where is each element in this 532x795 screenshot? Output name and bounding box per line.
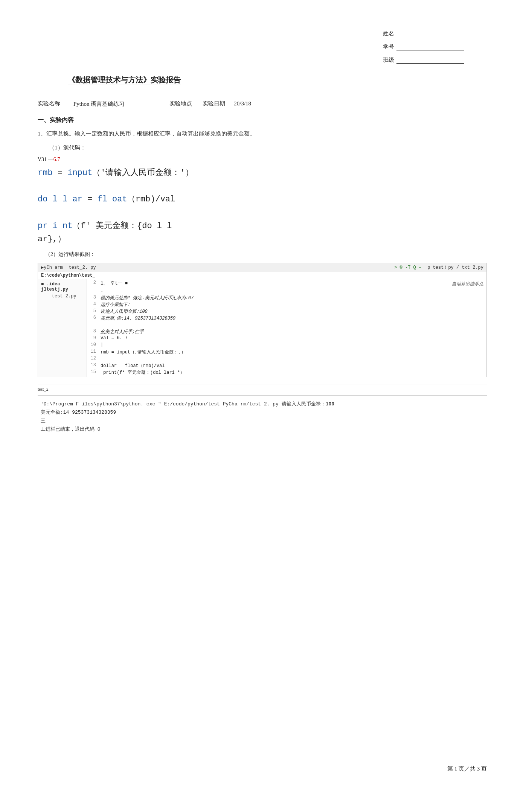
report-title-text: 《数据管理技术与方法》实验报告	[68, 76, 181, 84]
ide-run-cmd: > © -T Q -	[394, 265, 421, 270]
output-line-3: 三	[41, 417, 484, 425]
report-title: 《数据管理技术与方法》实验报告	[68, 75, 181, 85]
code-block: rmb = input（'请输入人民币金额：'） do l l ar = fl …	[38, 166, 487, 246]
code-line-4	[38, 206, 487, 219]
ide-path: E:\code\python\test_	[38, 272, 486, 279]
ide-code-line-12: 12	[87, 356, 486, 362]
title-wrapper: 《数据管理技术与方法》实验报告	[38, 75, 487, 89]
code-line-2	[38, 180, 487, 193]
ide-test-file: p test！py / txt 2.py	[427, 264, 483, 271]
ide-toolbar: ▶yCh arm test_2. py > © -T Q - p test！py…	[38, 263, 486, 272]
ide-file: test_2. py	[69, 265, 96, 270]
name-field: 姓名	[383, 30, 464, 37]
exp-location-label: 实验地点	[169, 100, 192, 107]
ide-sidebar-item-1: ■ .idea jltestj.py	[38, 281, 87, 293]
id-underline	[396, 44, 464, 50]
exp-name-value: Python 语言基础练习	[73, 101, 156, 107]
name-underline	[396, 30, 464, 37]
ide-sidebar: ■ .idea jltestj.py test 2.py	[38, 279, 87, 377]
ide-window: ▶yCh arm test_2. py > © -T Q - p test！py…	[38, 263, 487, 377]
code-line-5: pr i nt（f' 美元金额：{do l l	[38, 219, 487, 233]
ide-code-line-dot: .	[87, 288, 486, 295]
footer-page: 第 1 页／共 3 页	[447, 765, 487, 772]
ide-code-line-8: 8 幺美之对人氏手;仁手	[87, 329, 486, 335]
class-field: 班级	[383, 56, 464, 64]
run-result-label: （2）运行结果截图：	[45, 250, 487, 259]
output-content: 'D:\Progrem F ilcs\python37\python. cxc …	[38, 399, 487, 435]
id-field: 学号	[383, 43, 464, 50]
code-line-1: rmb = input（'请输入人民币金额：'）	[38, 166, 487, 180]
ide-code-line-3: 3 楼的美元处熊* 做定.美元时人氏币汇率为:67	[87, 295, 486, 302]
ide-code-line-2: 2 1、 辛t一 ■ 自动算出能学兑	[87, 280, 486, 288]
section1-title: 一、实验内容	[38, 116, 487, 124]
code-line-3: do l l ar = fl oat（rmb)/val	[38, 193, 487, 206]
name-label: 姓名	[383, 30, 394, 37]
divider	[38, 395, 487, 396]
ide-code-line-4: 4 运疗今果如下:	[87, 302, 486, 308]
ide-code-line-blank	[87, 322, 486, 329]
ide-code-line-15: 15 print(f* 至元金凝：(dol lari *）	[87, 369, 486, 376]
class-underline	[396, 57, 464, 64]
output-line-1: 'D:\Progrem F ilcs\python37\python. cxc …	[41, 400, 484, 408]
ide-sidebar-item-2: test 2.py	[38, 293, 87, 300]
item1-header: 1、汇率兑换。输入一定数额的人民币，根据相应汇率，自动算出能够兑换的美元金额。	[38, 129, 487, 139]
ide-code-line-9: 9 val = 6. 7	[87, 335, 486, 342]
class-label: 班级	[383, 56, 394, 64]
header-info: 姓名 学号 班级	[38, 30, 487, 64]
exp-date-label: 实验日期	[203, 100, 225, 107]
ide-code-line-13: 13 dollar = float（rmb)/val	[87, 362, 486, 369]
version-line: V31 —6.7	[38, 157, 487, 163]
output-line-2: 美元全额:14 925373134328359	[41, 408, 484, 417]
ide-body: ■ .idea jltestj.py test 2.py 2 1、 辛t一 ■ …	[38, 279, 486, 377]
ide-code-line-11: 11 rmb = input（,请输入人民币金鼓：,）	[87, 349, 486, 356]
exp-info-row: 实验名称 Python 语言基础练习 实验地点 实验日期 20/3/18	[38, 100, 487, 107]
output-section: test_2 'D:\Progrem F ilcs\python37\pytho…	[38, 384, 487, 435]
ide-code-line-6: 6 美元至,淤:14. 925373134328359	[87, 315, 486, 322]
header-fields: 姓名 学号 班级	[383, 30, 464, 64]
output-tab: test_2	[38, 387, 487, 392]
id-label: 学号	[383, 43, 394, 50]
ide-code-line-5: 5 诶输入人氏币金狐:100	[87, 308, 486, 315]
ide-code-content: 2 1、 辛t一 ■ 自动算出能学兑 . 3 楼的美元处熊* 做定.美元时人氏币…	[87, 279, 486, 377]
output-line-4: 工进栏已结束，退出代码 0	[41, 425, 484, 434]
exp-name-label: 实验名称	[38, 100, 60, 107]
ide-code-line-10: 10 |	[87, 342, 486, 349]
ide-project: ▶yCh arm	[41, 265, 63, 270]
source-label: （1）源代码：	[49, 143, 487, 153]
experiment-info: 实验名称 Python 语言基础练习 实验地点 实验日期 20/3/18	[38, 100, 487, 107]
code-line-6: ar},）	[38, 233, 487, 246]
exp-date-value: 20/3/18	[234, 101, 251, 107]
